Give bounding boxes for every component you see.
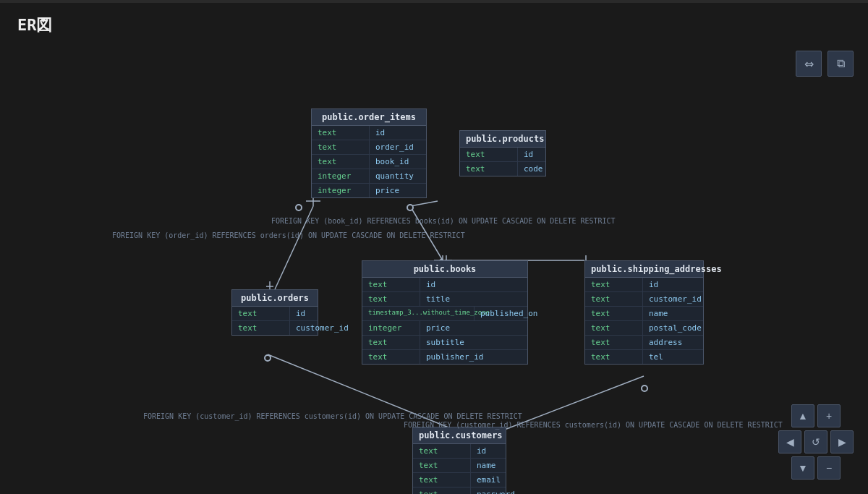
nav-refresh-button[interactable]: ↺ (804, 430, 827, 453)
fk-text-2: FOREIGN KEY (order_id) REFERENCES orders… (112, 231, 465, 239)
table-row: text title (362, 292, 527, 307)
nav-left-button[interactable]: ◀ (778, 430, 801, 453)
nav-down-button[interactable]: ▼ (791, 456, 814, 480)
table-order-items-header: public.order_items (312, 109, 426, 126)
relation-dot-4 (641, 385, 648, 392)
relation-dot-2 (407, 204, 414, 211)
table-row: text password (413, 487, 506, 494)
table-row: text name (413, 459, 506, 473)
copy-button[interactable]: ⧉ (827, 51, 854, 77)
table-shipping-addresses: public.shipping_addresses text id text c… (584, 260, 704, 365)
table-row: integer price (312, 184, 426, 197)
table-row: integer price (362, 321, 527, 336)
table-row: text id (362, 278, 527, 292)
table-orders: public.orders text id text customer_id (231, 289, 318, 336)
table-row: text tel (585, 350, 703, 364)
table-row: text book_id (312, 155, 426, 169)
table-row: text postal_code (585, 321, 703, 336)
nav-right-button[interactable]: ▶ (830, 430, 854, 453)
nav-row-middle: ◀ ↺ ▶ (778, 430, 854, 453)
nav-row-top: ▲ + (778, 404, 854, 427)
table-row: text name (585, 307, 703, 321)
table-customers-header: public.customers (413, 427, 506, 444)
table-books-header: public.books (362, 261, 527, 278)
table-shipping-addresses-header: public.shipping_addresses (585, 261, 703, 278)
table-books: public.books text id text title timestam… (362, 260, 528, 365)
er-canvas: public.order_items text id text order_id… (0, 43, 868, 494)
table-row: text email (413, 473, 506, 487)
table-row: text customer_id (585, 292, 703, 307)
table-customers: public.customers text id text name text … (412, 427, 506, 494)
table-row: text publisher_id (362, 350, 527, 364)
table-row: timestamp_3...without_time_zone publishe… (362, 307, 527, 321)
table-orders-header: public.orders (232, 290, 318, 307)
table-row: text order_id (312, 140, 426, 155)
table-row: text id (312, 126, 426, 140)
table-order-items: public.order_items text id text order_id… (311, 108, 427, 198)
table-row: text code (460, 162, 545, 176)
page-title: ER図 (0, 3, 868, 42)
relation-dot-1 (295, 204, 302, 211)
table-row: text subtitle (362, 336, 527, 350)
table-row: text address (585, 336, 703, 350)
table-row: text customer_id (232, 321, 318, 335)
zoom-out-button[interactable]: − (817, 456, 841, 480)
table-row: text id (460, 148, 545, 162)
fk-text-3: FOREIGN KEY (customer_id) REFERENCES cus… (143, 412, 522, 420)
zoom-in-button[interactable]: + (817, 404, 841, 427)
svg-line-1 (410, 201, 438, 206)
table-row: text id (585, 278, 703, 292)
swap-button[interactable]: ⇔ (796, 51, 822, 77)
table-row: integer quantity (312, 169, 426, 184)
nav-controls: ▲ + ◀ ↺ ▶ ▼ − (778, 404, 854, 480)
relation-dot-3 (264, 354, 271, 362)
nav-up-button[interactable]: ▲ (791, 404, 814, 427)
table-products-header: public.products (460, 131, 545, 148)
fk-text-4: FOREIGN KEY (customer_id) REFERENCES cus… (404, 421, 783, 429)
top-buttons: ⇔ ⧉ (796, 51, 854, 77)
fk-text-1: FOREIGN KEY (book_id) REFERENCES books(i… (271, 217, 616, 225)
table-row: text id (232, 307, 318, 321)
nav-row-bottom: ▼ − (778, 456, 854, 480)
table-products: public.products text id text code (459, 130, 546, 176)
table-row: text id (413, 444, 506, 459)
